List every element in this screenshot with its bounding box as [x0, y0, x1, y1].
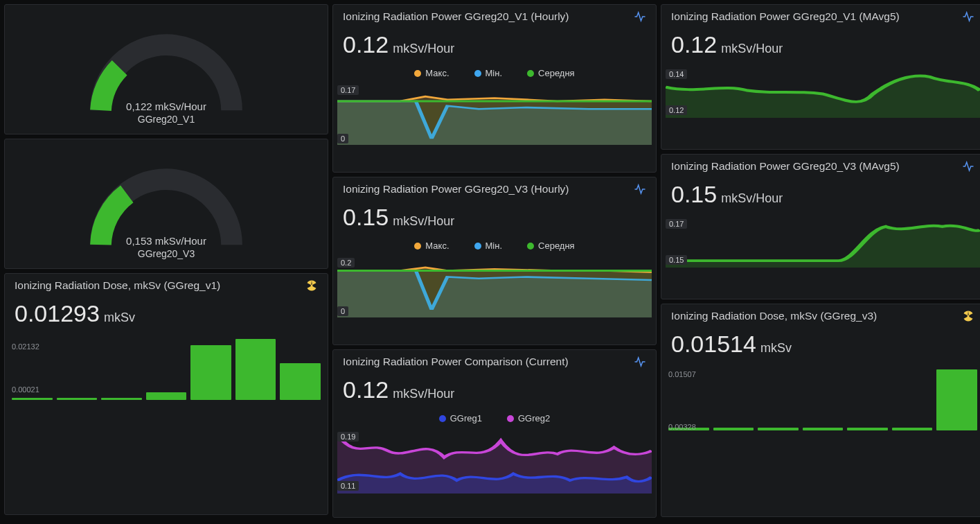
dose-v1-title: Ionizing Radiation Dose, mkSv (GGreg_v1) [15, 279, 220, 292]
dose-v1-unit: mkSv [104, 311, 135, 325]
dose-v1-value: 0.01293 [15, 300, 100, 327]
bar [936, 369, 977, 430]
legend-mean: Середня [538, 68, 575, 78]
legend-mean: Середня [538, 241, 575, 251]
mavg-panel-v1[interactable]: Ionizing Radiation Power GGreg20_V1 (MAv… [661, 4, 980, 150]
mavg-v1-title: Ionizing Radiation Power GGreg20_V1 (MAv… [671, 10, 900, 23]
bar [57, 398, 98, 400]
bar [101, 398, 142, 400]
comparison-value: 0.12 [343, 376, 389, 403]
mavg-v3-unit: mkSv/Hour [721, 191, 783, 206]
hourly-v3-legend: Макс. Мін. Середня [333, 236, 656, 252]
bar [280, 363, 321, 400]
dose-panel-v1[interactable]: Ionizing Radiation Dose, mkSv (GGreg_v1)… [4, 273, 328, 515]
pulse-icon [962, 10, 974, 23]
mavg-v3-value: 0.15 [671, 181, 717, 208]
ytick: 0.19 [337, 432, 359, 442]
legend-ggreg2: GGreg2 [518, 413, 550, 423]
dose-v1-bars [8, 337, 325, 403]
gauge-panel-v1[interactable]: 0,122 mkSv/Hour GGreg20_V1 [4, 4, 328, 134]
ytick: 0.12 [666, 105, 687, 115]
hourly-v3-unit: mkSv/Hour [393, 214, 454, 229]
comparison-title: Ionizing Radiation Power Comparison (Cur… [343, 356, 569, 368]
dose-panel-v3[interactable]: Ionizing Radiation Dose, mkSv (GGreg_v3)… [661, 304, 980, 517]
dashboard-grid: 0,122 mkSv/Hour GGreg20_V1 0,153 mkSv/Ho… [0, 0, 980, 522]
dose-v3-unit: mkSv [760, 341, 792, 356]
mavg-v1-chart: 0.14 0.12 [666, 67, 980, 118]
ytick: 0 [337, 134, 348, 143]
dose-v1-tick-bot: 0.00021 [12, 385, 39, 394]
bar [235, 339, 276, 400]
hourly-v3-chart: 0.2 0 [337, 255, 652, 317]
hourly-v3-value: 0.15 [343, 204, 389, 231]
dose-v3-title: Ionizing Radiation Dose, mkSv (GGreg_v3) [671, 310, 877, 322]
hourly-v3-title: Ionizing Radiation Power GGreg20_V3 (Hou… [343, 183, 569, 195]
pulse-icon [634, 356, 646, 368]
col-2: Ionizing Radiation Power GGreg20_V1 (Hou… [332, 4, 657, 518]
bar [12, 398, 53, 400]
hourly-v1-chart: 0.17 0 [337, 82, 652, 145]
ytick: 0.14 [666, 69, 687, 79]
dose-v3-tick-top: 0.01507 [668, 370, 696, 378]
hourly-v1-legend: Макс. Мін. Середня [333, 64, 656, 80]
gauge-value-v1: 0,122 mkSv/Hour [126, 101, 206, 112]
mavg-v1-unit: mkSv/Hour [721, 42, 783, 56]
ytick: 0.15 [666, 255, 687, 265]
mavg-v3-chart: 0.17 0.15 [666, 216, 980, 268]
bar [803, 428, 844, 430]
mavg-v1-value: 0.12 [671, 31, 717, 58]
gauge-value-v3: 0,153 mkSv/Hour [126, 235, 206, 247]
hourly-v1-title: Ionizing Radiation Power GGreg20_V1 (Hou… [343, 10, 569, 23]
col-3: Ionizing Radiation Power GGreg20_V1 (MAv… [661, 4, 980, 518]
hourly-panel-v3[interactable]: Ionizing Radiation Power GGreg20_V3 (Hou… [332, 177, 657, 345]
legend-ggreg1: GGreg1 [450, 413, 482, 423]
legend-max: Макс. [425, 68, 449, 78]
pulse-icon [634, 10, 646, 23]
ytick: 0.11 [337, 481, 359, 491]
gauge-name-v1: GGreg20_V1 [138, 114, 195, 125]
legend-min: Мін. [485, 241, 503, 251]
legend-min: Мін. [485, 68, 503, 78]
bar [146, 392, 187, 400]
legend-max: Макс. [425, 241, 449, 251]
comparison-panel[interactable]: Ionizing Radiation Power Comparison (Cur… [332, 349, 657, 518]
mavg-panel-v3[interactable]: Ionizing Radiation Power GGreg20_V3 (MAv… [661, 154, 980, 299]
ytick: 0.17 [666, 219, 687, 229]
radiation-icon [962, 310, 974, 322]
ytick: 0.17 [337, 85, 359, 95]
mavg-v3-title: Ionizing Radiation Power GGreg20_V3 (MAv… [671, 160, 900, 173]
ytick: 0.2 [337, 258, 355, 268]
comparison-chart: 0.19 0.11 [337, 428, 652, 494]
pulse-icon [634, 183, 646, 195]
comparison-legend: GGreg1 GGreg2 [333, 409, 656, 425]
dose-v3-value: 0.01514 [671, 331, 756, 358]
bar [190, 345, 231, 400]
ytick: 0 [337, 306, 348, 316]
hourly-v1-value: 0.12 [343, 31, 389, 58]
hourly-panel-v1[interactable]: Ionizing Radiation Power GGreg20_V1 (Hou… [332, 4, 657, 173]
dose-v3-tick-bot: 0.00328 [668, 423, 696, 431]
bar [892, 428, 933, 430]
bar [713, 428, 754, 430]
dose-v1-tick-top: 0.02132 [12, 342, 39, 351]
radiation-icon [305, 279, 318, 292]
comparison-unit: mkSv/Hour [393, 387, 454, 401]
hourly-v1-unit: mkSv/Hour [393, 42, 454, 56]
pulse-icon [962, 160, 974, 173]
dose-v3-bars [664, 367, 980, 433]
bar [847, 428, 888, 430]
bar [758, 428, 799, 430]
col-1: 0,122 mkSv/Hour GGreg20_V1 0,153 mkSv/Ho… [4, 4, 328, 518]
gauge-name-v3: GGreg20_V3 [138, 248, 195, 259]
gauge-panel-v3[interactable]: 0,153 mkSv/Hour GGreg20_V3 [4, 139, 328, 269]
